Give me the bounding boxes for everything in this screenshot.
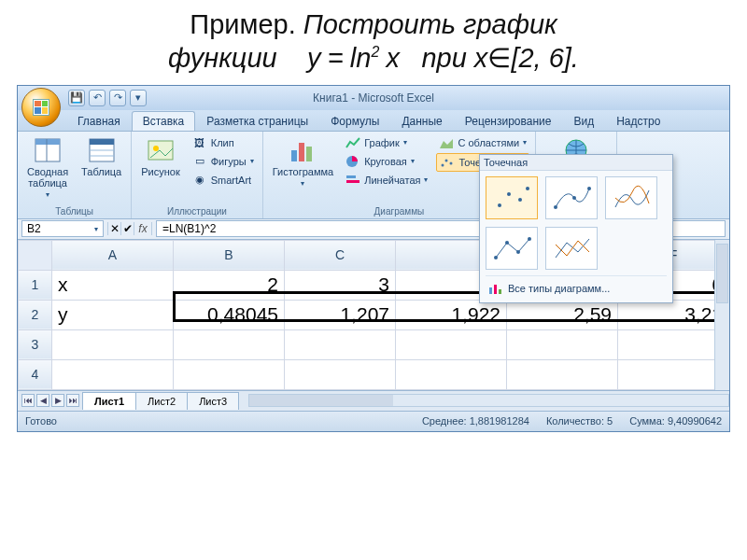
tab-review[interactable]: Рецензирование xyxy=(454,111,563,131)
cell-C2[interactable]: 1,207 xyxy=(285,300,396,329)
area-chart-button[interactable]: С областями ▾ xyxy=(436,134,529,151)
bar-chart-button[interactable]: Линейчатая ▾ xyxy=(343,172,430,189)
tab-formulas[interactable]: Формулы xyxy=(319,111,390,131)
col-B[interactable]: B xyxy=(174,240,285,270)
cell-A4[interactable] xyxy=(52,359,174,389)
svg-rect-32 xyxy=(494,285,497,294)
group-tables: Сводная таблица▾ Таблица Таблицы xyxy=(18,132,132,218)
svg-rect-14 xyxy=(346,180,359,183)
cancel-formula[interactable]: ✕ xyxy=(107,222,120,235)
svg-rect-33 xyxy=(499,289,501,294)
svg-point-8 xyxy=(153,146,159,151)
vertical-scrollbar[interactable] xyxy=(714,240,729,390)
scatter-smooth-markers[interactable] xyxy=(545,176,598,219)
tab-view[interactable]: Вид xyxy=(562,111,605,131)
pivot-table-button[interactable]: Сводная таблица▾ xyxy=(23,134,72,201)
sheet-tab-bar: ⏮ ◀ ▶ ⏭ Лист1 Лист2 Лист3 xyxy=(18,390,729,411)
cell-C1[interactable]: 3 xyxy=(285,270,396,300)
ribbon-tabs: Главная Вставка Разметка страницы Формул… xyxy=(18,110,729,132)
table-icon xyxy=(87,136,117,164)
pie-chart-button[interactable]: Круговая ▾ xyxy=(343,153,430,170)
name-box[interactable]: B2▾ xyxy=(21,220,104,237)
shapes-button[interactable]: ▭Фигуры ▾ xyxy=(190,153,257,170)
scatter-smooth-lines[interactable] xyxy=(605,176,657,219)
svg-marker-15 xyxy=(440,139,453,148)
clip-button[interactable]: 🖼Клип xyxy=(190,134,257,151)
tab-addins[interactable]: Надстро xyxy=(605,111,671,131)
line-chart-button[interactable]: График ▾ xyxy=(343,134,430,151)
cell-D2[interactable]: 1,922 xyxy=(396,300,507,329)
group-illustrations: Рисунок 🖼Клип ▭Фигуры ▾ ◉SmartArt Иллюст… xyxy=(132,132,262,218)
scatter-markers-only[interactable] xyxy=(486,176,538,219)
pivot-icon xyxy=(33,136,63,164)
shapes-icon: ▭ xyxy=(192,154,207,169)
cell-B1[interactable]: 2 xyxy=(174,270,285,300)
picture-button[interactable]: Рисунок xyxy=(137,134,184,179)
qat-save[interactable]: 💾 xyxy=(68,90,85,106)
tab-data[interactable]: Данные xyxy=(390,111,453,131)
svg-point-22 xyxy=(518,198,522,202)
svg-point-20 xyxy=(498,203,501,207)
qat-customize[interactable]: ▾ xyxy=(130,90,147,106)
sheet-tab-2[interactable]: Лист2 xyxy=(135,392,188,410)
svg-rect-1 xyxy=(35,139,60,145)
clip-icon: 🖼 xyxy=(192,135,207,150)
sheet-next[interactable]: ▶ xyxy=(51,394,64,407)
select-all-corner[interactable] xyxy=(19,240,52,270)
enter-formula[interactable]: ✔ xyxy=(120,222,134,235)
column-chart-button[interactable]: Гистограмма▾ xyxy=(269,134,338,189)
qat-redo[interactable]: ↷ xyxy=(109,90,126,106)
svg-rect-4 xyxy=(90,139,114,145)
row-2[interactable]: 2 xyxy=(19,300,52,329)
horizontal-scrollbar[interactable] xyxy=(248,394,729,407)
svg-rect-11 xyxy=(306,147,312,161)
sheet-prev[interactable]: ◀ xyxy=(36,394,49,407)
all-chart-types[interactable]: Все типы диаграмм... xyxy=(486,275,667,301)
row-3[interactable]: 3 xyxy=(19,329,52,359)
formula: y = ln2 x xyxy=(307,43,406,73)
row-4[interactable]: 4 xyxy=(19,359,52,389)
scatter-dropdown-header: Точечная xyxy=(480,155,672,171)
sheet-tab-3[interactable]: Лист3 xyxy=(187,392,239,410)
cell-B2[interactable]: 0,48045 xyxy=(174,300,285,329)
fx-button[interactable]: fx xyxy=(134,222,152,235)
status-ready: Готово xyxy=(25,415,57,427)
row-1[interactable]: 1 xyxy=(19,270,52,300)
sheet-first[interactable]: ⏮ xyxy=(21,394,35,407)
sheet-tab-1[interactable]: Лист1 xyxy=(82,392,136,410)
status-average: Среднее: 1,881981284 xyxy=(422,415,529,427)
tab-insert[interactable]: Вставка xyxy=(132,111,196,131)
cell-A1[interactable]: x xyxy=(52,270,174,300)
cell-A3[interactable] xyxy=(52,329,174,359)
cell-A2[interactable]: y xyxy=(52,300,174,329)
svg-rect-9 xyxy=(291,150,297,161)
pie-chart-icon xyxy=(345,154,360,169)
qat-undo[interactable]: ↶ xyxy=(89,90,106,106)
scatter-dropdown: Точечная Все типы диаграмм... xyxy=(479,154,673,303)
caption-at: при x xyxy=(421,43,487,73)
cell-E2[interactable]: 2,59 xyxy=(507,300,618,329)
svg-point-26 xyxy=(587,187,591,190)
col-A[interactable]: A xyxy=(52,240,174,270)
smartart-icon: ◉ xyxy=(192,173,207,188)
office-button[interactable] xyxy=(21,88,61,127)
scatter-chart-icon xyxy=(440,155,455,170)
sheet-last[interactable]: ⏭ xyxy=(66,394,79,407)
line-chart-icon xyxy=(345,135,360,150)
quick-access-toolbar: 💾 ↶ ↷ ▾ xyxy=(68,90,147,106)
smartart-button[interactable]: ◉SmartArt xyxy=(190,172,257,189)
tab-page-layout[interactable]: Разметка страницы xyxy=(195,111,319,131)
table-button[interactable]: Таблица xyxy=(78,134,125,179)
svg-point-25 xyxy=(572,196,576,200)
scatter-straight-lines[interactable] xyxy=(545,227,598,270)
svg-point-29 xyxy=(516,250,520,254)
sheet-nav: ⏮ ◀ ▶ ⏭ xyxy=(18,394,83,407)
scatter-straight-markers[interactable] xyxy=(486,227,538,270)
col-C[interactable]: C xyxy=(285,240,396,270)
all-charts-icon xyxy=(487,281,502,296)
tab-home[interactable]: Главная xyxy=(66,111,132,131)
svg-point-24 xyxy=(554,205,557,209)
svg-rect-13 xyxy=(346,175,356,178)
svg-point-30 xyxy=(528,237,531,241)
cell-F2[interactable]: 3,21 xyxy=(618,300,729,329)
